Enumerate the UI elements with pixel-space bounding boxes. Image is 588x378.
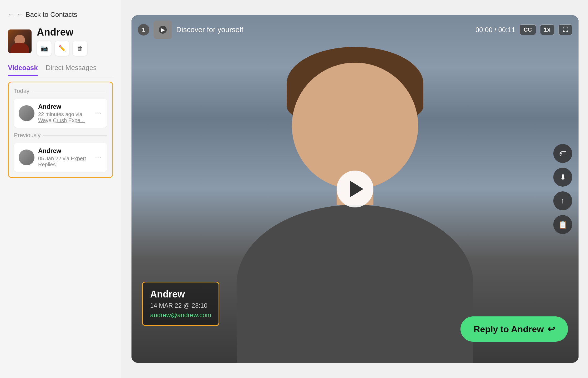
video-side-buttons: 🏷 ⬇ ↑ 📋 bbox=[553, 144, 572, 234]
video-top-bar: 1 Discover for yourself 00:00 / 00:11 CC… bbox=[131, 15, 579, 44]
video-counter-badge: 1 bbox=[138, 24, 149, 36]
person-body bbox=[237, 205, 473, 363]
tab-videoask[interactable]: Videoask bbox=[8, 64, 38, 76]
video-container: 1 Discover for yourself 00:00 / 00:11 CC… bbox=[131, 15, 579, 363]
message-item-previous[interactable]: Andrew 05 Jan 22 via Expert Replies ⋯ bbox=[14, 143, 107, 172]
video-title: Discover for yourself bbox=[176, 26, 471, 34]
back-to-contacts[interactable]: ← ← Back to Contacts bbox=[8, 11, 113, 19]
contact-header: Andrew 📷 ✏️ 🗑 bbox=[8, 27, 113, 56]
reply-button[interactable]: Reply to Andrew ↩ bbox=[460, 316, 568, 342]
message-text-prev: Andrew 05 Jan 22 via Expert Replies bbox=[38, 147, 90, 168]
contact-info: Andrew 📷 ✏️ 🗑 bbox=[37, 27, 87, 56]
message-subtitle: 22 minutes ago via Wave Crush Expe... bbox=[38, 111, 90, 123]
videoask-link[interactable]: Wave Crush Expe... bbox=[38, 117, 85, 123]
contact-name: Andrew bbox=[37, 27, 87, 38]
message-sender-name-prev: Andrew bbox=[38, 147, 90, 155]
play-icon bbox=[350, 181, 363, 197]
info-card-content: Andrew 14 MAR 22 @ 23:10 andrew@andrew.c… bbox=[142, 282, 219, 326]
cc-button[interactable]: CC bbox=[520, 24, 536, 35]
tab-direct-messages[interactable]: Direct Messages bbox=[46, 64, 97, 76]
speed-button[interactable]: 1x bbox=[540, 24, 554, 35]
message-avatar-prev bbox=[19, 150, 34, 165]
video-info-card: Andrew 14 MAR 22 @ 23:10 andrew@andrew.c… bbox=[142, 282, 219, 326]
delete-button[interactable]: 🗑 bbox=[73, 41, 87, 56]
play-button[interactable] bbox=[337, 171, 373, 207]
person-head bbox=[292, 63, 418, 189]
message-more-button-prev[interactable]: ⋯ bbox=[94, 153, 102, 162]
contact-actions: 📷 ✏️ 🗑 bbox=[37, 41, 87, 56]
reply-label: Reply to Andrew bbox=[474, 324, 544, 334]
tab-bar: Videoask Direct Messages bbox=[8, 64, 113, 76]
fullscreen-button[interactable]: ⛶ bbox=[559, 24, 572, 35]
tag-button[interactable]: 🏷 bbox=[553, 144, 572, 163]
message-more-button[interactable]: ⋯ bbox=[94, 108, 102, 118]
right-panel: 1 Discover for yourself 00:00 / 00:11 CC… bbox=[121, 0, 588, 378]
transcript-button[interactable]: 📋 bbox=[553, 215, 572, 234]
message-item-today[interactable]: Andrew 22 minutes ago via Wave Crush Exp… bbox=[14, 99, 107, 128]
reply-icon: ↩ bbox=[548, 324, 555, 334]
video-thumbnail-small[interactable] bbox=[154, 21, 172, 39]
message-sender-name: Andrew bbox=[38, 103, 90, 110]
left-panel: ← ← Back to Contacts Andrew 📷 ✏️ 🗑 Video… bbox=[0, 0, 121, 378]
back-label: ← Back to Contacts bbox=[17, 11, 77, 19]
avatar bbox=[8, 29, 32, 53]
back-arrow-icon: ← bbox=[8, 11, 15, 19]
share-button[interactable]: ↑ bbox=[553, 191, 572, 210]
edit-button[interactable]: ✏️ bbox=[55, 41, 69, 56]
avatar-image bbox=[8, 29, 32, 53]
section-today: Today bbox=[14, 88, 107, 95]
video-time: 00:00 / 00:11 bbox=[475, 26, 515, 34]
message-subtitle-prev: 05 Jan 22 via Expert Replies bbox=[38, 156, 90, 168]
info-card-email[interactable]: andrew@andrew.com bbox=[150, 311, 211, 319]
message-avatar bbox=[19, 105, 34, 121]
section-previously: Previously bbox=[14, 132, 107, 139]
message-avatar-prev-image bbox=[19, 150, 34, 165]
download-button[interactable]: ⬇ bbox=[553, 168, 572, 187]
message-avatar-image bbox=[19, 105, 34, 121]
info-card-name: Andrew bbox=[150, 289, 211, 300]
message-text: Andrew 22 minutes ago via Wave Crush Exp… bbox=[38, 103, 90, 123]
info-card-date: 14 MAR 22 @ 23:10 bbox=[150, 302, 211, 309]
expert-replies-link[interactable]: Expert Replies bbox=[38, 156, 86, 167]
messages-list: Today Andrew 22 minutes ago via Wave Cru… bbox=[8, 82, 113, 178]
video-call-button[interactable]: 📷 bbox=[37, 41, 52, 56]
